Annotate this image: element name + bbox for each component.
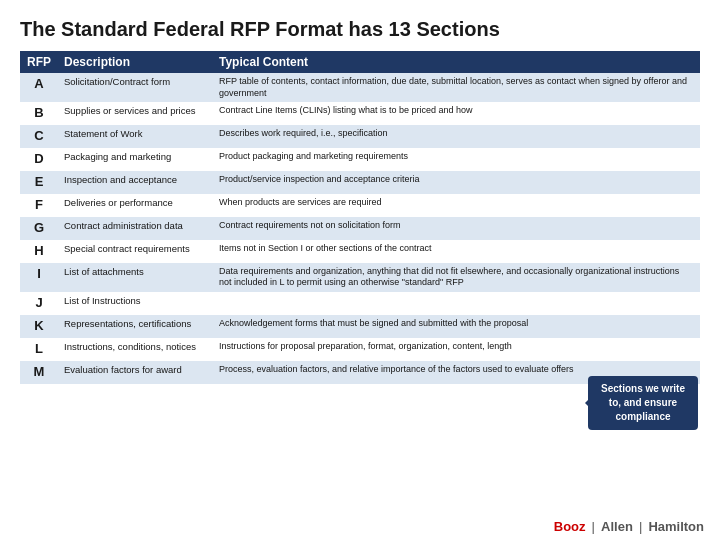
rfp-letter: A [20,73,58,102]
col-header-description: Description [58,51,213,73]
description-cell: Statement of Work [58,125,213,148]
rfp-letter: I [20,263,58,292]
table-row: GContract administration dataContract re… [20,217,700,240]
rfp-letter: J [20,292,58,315]
rfp-letter: K [20,315,58,338]
content-cell: Data requirements and organization, anyt… [213,263,700,292]
col-header-rfp: RFP [20,51,58,73]
content-cell: When products are services are required [213,194,700,217]
description-cell: Solicitation/Contract form [58,73,213,102]
rfp-letter: L [20,338,58,361]
content-cell: Contract requirements not on solicitatio… [213,217,700,240]
content-cell: Product/service inspection and acceptanc… [213,171,700,194]
table-row: CStatement of WorkDescribes work require… [20,125,700,148]
content-cell: Contract Line Items (CLINs) listing what… [213,102,700,125]
description-cell: Representations, certifications [58,315,213,338]
content-cell: Items not in Section I or other sections… [213,240,700,263]
content-cell: Instructions for proposal preparation, f… [213,338,700,361]
table-row: IList of attachmentsData requirements an… [20,263,700,292]
rfp-letter: M [20,361,58,384]
rfp-letter: D [20,148,58,171]
branding: Booz | Allen | Hamilton [554,519,704,534]
rfp-letter: C [20,125,58,148]
rfp-table: RFP Description Typical Content ASolicit… [20,51,700,384]
content-cell: Acknowledgement forms that must be signe… [213,315,700,338]
table-row: HSpecial contract requirementsItems not … [20,240,700,263]
content-cell: RFP table of contents, contact informati… [213,73,700,102]
table-row: JList of Instructions [20,292,700,315]
table-row: KRepresentations, certificationsAcknowle… [20,315,700,338]
description-cell: Inspection and acceptance [58,171,213,194]
rfp-letter: E [20,171,58,194]
rfp-letter: F [20,194,58,217]
rfp-letter: G [20,217,58,240]
description-cell: Supplies or services and prices [58,102,213,125]
content-cell [213,292,700,315]
description-cell: Evaluation factors for award [58,361,213,384]
description-cell: Deliveries or performance [58,194,213,217]
brand-sep2: | [639,519,642,534]
brand-hamilton: Hamilton [648,519,704,534]
slide-title: The Standard Federal RFP Format has 13 S… [20,18,700,41]
table-row: EInspection and acceptanceProduct/servic… [20,171,700,194]
description-cell: Packaging and marketing [58,148,213,171]
description-cell: Instructions, conditions, notices [58,338,213,361]
description-cell: Contract administration data [58,217,213,240]
table-row: DPackaging and marketingProduct packagin… [20,148,700,171]
content-cell: Product packaging and marketing requirem… [213,148,700,171]
table-row: FDeliveries or performanceWhen products … [20,194,700,217]
table-row: ASolicitation/Contract formRFP table of … [20,73,700,102]
brand-sep1: | [592,519,595,534]
content-cell: Describes work required, i.e., specifica… [213,125,700,148]
table-row: BSupplies or services and pricesContract… [20,102,700,125]
col-header-content: Typical Content [213,51,700,73]
description-cell: List of Instructions [58,292,213,315]
rfp-letter: H [20,240,58,263]
brand-allen: Allen [601,519,633,534]
rfp-letter: B [20,102,58,125]
description-cell: Special contract requirements [58,240,213,263]
brand-booz: Booz [554,519,586,534]
table-row: LInstructions, conditions, noticesInstru… [20,338,700,361]
description-cell: List of attachments [58,263,213,292]
compliance-tooltip: Sections we write to, and ensure complia… [588,376,698,430]
